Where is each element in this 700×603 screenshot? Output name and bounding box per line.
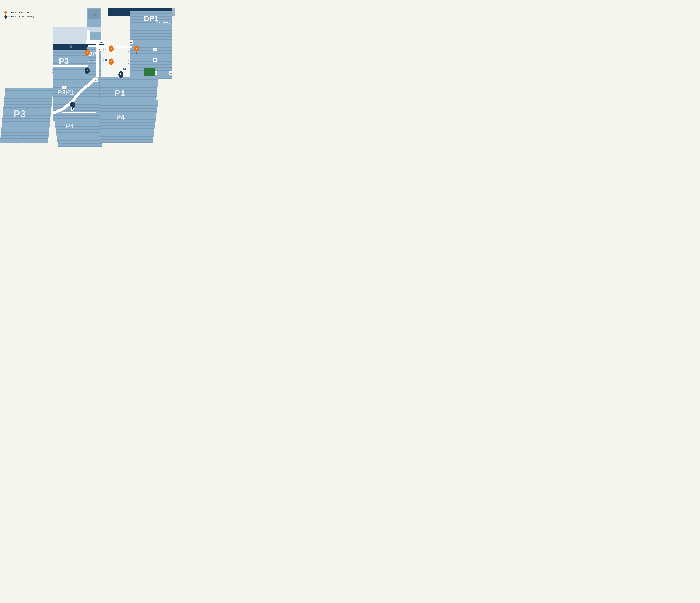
parking-pin-p3-lower: P bbox=[70, 102, 75, 110]
p3-left-i: I bbox=[40, 108, 42, 110]
car-icon-dp1-right: 🚗 bbox=[169, 71, 173, 75]
dp1-row-h: H bbox=[127, 56, 129, 59]
dp1-row-f: F bbox=[127, 50, 129, 53]
p3-upper-label: P3 bbox=[59, 56, 69, 66]
legend-economy-text: Indkørsel til Economy Parking bbox=[11, 16, 34, 18]
dp1-row-j: J bbox=[127, 62, 129, 66]
pin-navy-p1-area: P bbox=[118, 71, 123, 77]
p3-left-s: S bbox=[22, 136, 24, 138]
legend-item-economy: P Indkørsel til Economy Parking bbox=[4, 15, 34, 18]
top-road-area bbox=[53, 27, 88, 44]
dp1-right-h: H bbox=[170, 56, 172, 59]
car-icon-dp1: 🚗 bbox=[153, 48, 157, 51]
p3-left-q: Q bbox=[5, 108, 7, 110]
map-container: Terminal A B C D 🚲 🚌 🚆 DP1 Direct Parkin… bbox=[0, 0, 175, 151]
legend: P Indkørsel til Direct Parking P Indkørs… bbox=[4, 11, 34, 20]
parking-pin-p3-upper: P bbox=[85, 49, 90, 57]
p4-center-parking bbox=[53, 113, 102, 147]
p3-row-z: Z bbox=[51, 68, 53, 71]
pin-navy-p3-mid: P bbox=[85, 68, 90, 73]
bike-icon-area: 🚲 bbox=[88, 9, 100, 19]
p3-left-l: L bbox=[27, 108, 29, 110]
p3-left-o: O bbox=[14, 108, 16, 110]
dp1-row-k: K bbox=[127, 66, 129, 69]
car-icon-dp2: 🚗 bbox=[103, 48, 108, 51]
bike-icon: 🚲 bbox=[92, 12, 96, 16]
p3-left-v: V bbox=[9, 136, 11, 138]
dp1-row-labels: E F G H I J K bbox=[127, 47, 129, 69]
accessible-icon-dp1: ♿ bbox=[153, 58, 157, 62]
parking-pin-p1-area: P bbox=[118, 71, 123, 79]
drop-off-zone-label: Drop Off Zone bbox=[86, 40, 104, 45]
dp2-sublabel: Direct Parking bbox=[88, 61, 98, 62]
parking-pin-dp1: P bbox=[134, 46, 139, 54]
connector-strip bbox=[87, 27, 101, 32]
side-label-d: D bbox=[172, 14, 175, 16]
fuel-icon: ⛽ bbox=[94, 77, 98, 82]
dp1-zone: DP1 Direct Parking bbox=[131, 14, 172, 24]
legend-icon-orange: P bbox=[4, 11, 10, 14]
dp2-label: DP2 bbox=[88, 51, 99, 57]
p1-right-label: P1 bbox=[115, 88, 125, 98]
p3-row-e: E bbox=[67, 82, 69, 84]
p3-row-ae: Æ bbox=[51, 71, 53, 74]
p3-left-row-labels: Q P O N M L K J I bbox=[5, 108, 42, 110]
legend-direct-text: Indkørsel til Direct Parking bbox=[11, 11, 31, 13]
side-label-c: C bbox=[172, 11, 175, 14]
green-rental-box bbox=[144, 68, 155, 76]
p4-center-label: P4 bbox=[66, 122, 74, 130]
parking-pin-dp2-upper: P bbox=[109, 46, 114, 54]
train-strip: 🚆 bbox=[53, 44, 88, 50]
p3-left-j: J bbox=[35, 108, 38, 110]
p3-left-t: T bbox=[18, 136, 20, 138]
accessible-icon-dp2: ♿ bbox=[103, 58, 108, 62]
dp1-right-j: J bbox=[170, 62, 172, 66]
dp1-row-g: G bbox=[127, 53, 129, 56]
p4-right-label: P4 bbox=[116, 113, 125, 121]
dp1-right-g: G bbox=[170, 53, 172, 56]
dp1-right-i: I bbox=[170, 59, 172, 62]
terminal-side-labels: A B C D bbox=[172, 7, 175, 16]
p3-left-x: X bbox=[4, 136, 6, 138]
p3-row-d: D bbox=[71, 82, 73, 84]
p1-right-row-labels: L M N O P Q R S T U V X Y Z Æ Ø Å bbox=[99, 77, 101, 131]
train-icon: 🚆 bbox=[69, 45, 72, 49]
p4-right-parking bbox=[100, 100, 158, 143]
p3-yz-labels: Y Z Æ bbox=[51, 65, 53, 74]
parking-pin-dp2-lower: P bbox=[109, 58, 114, 67]
pin-navy-p3-lower: P bbox=[70, 102, 75, 107]
dp1-right-k: K bbox=[170, 66, 172, 69]
p3-row-c: C bbox=[76, 82, 78, 84]
p3-left-n: N bbox=[18, 108, 20, 110]
p3-row-a: A bbox=[84, 82, 86, 84]
p3-row-h: H bbox=[54, 82, 56, 84]
dp1-row-i: I bbox=[127, 59, 129, 62]
p3-row-b: B bbox=[80, 82, 82, 84]
p3-row-f: F bbox=[62, 82, 65, 84]
dp2-row-j: J bbox=[85, 62, 87, 66]
side-label-a: A bbox=[172, 7, 175, 9]
accessible-icon-dp1-area: ♿ bbox=[122, 67, 127, 71]
p3-row-y: Y bbox=[51, 65, 53, 68]
p3-hgfedcba-labels: H G F E D C B A bbox=[54, 82, 86, 84]
dp1-right-e: E bbox=[170, 47, 172, 50]
p3-left-m: M bbox=[22, 108, 24, 110]
dp1-right-f: F bbox=[170, 50, 172, 53]
dp2-row-i: I bbox=[85, 59, 87, 62]
dp1-right-row-labels: E F G H I J K bbox=[170, 47, 172, 69]
pin-orange-dp2-upper: P bbox=[109, 46, 114, 51]
p3-left-r: R bbox=[26, 136, 28, 138]
p3-left-bottom-labels: X V U T S R bbox=[4, 136, 28, 138]
p3-left-u: U bbox=[13, 136, 15, 138]
p3-left-p: P bbox=[9, 108, 11, 110]
road-separator bbox=[62, 111, 96, 112]
p3-left-label: P3 bbox=[13, 108, 26, 120]
p3-lower-label: P3 bbox=[58, 89, 65, 96]
p3-left-k: K bbox=[31, 108, 33, 110]
legend-icon-navy: P bbox=[4, 15, 10, 18]
parking-pin-p3-mid: P bbox=[85, 68, 90, 76]
side-label-b: B bbox=[172, 9, 175, 11]
legend-item-direct: P Indkørsel til Direct Parking bbox=[4, 11, 34, 14]
pin-orange-p3-upper: P bbox=[85, 49, 90, 55]
p3-row-g: G bbox=[58, 82, 60, 84]
